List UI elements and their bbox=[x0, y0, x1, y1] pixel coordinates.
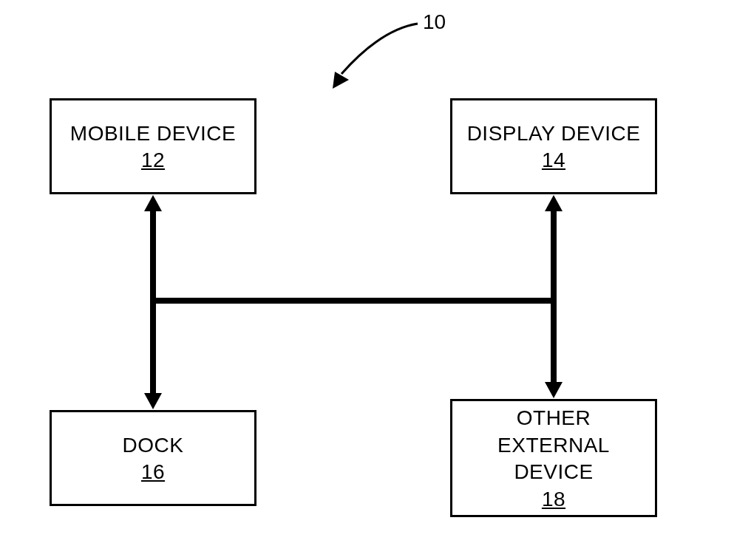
box-dock: DOCK 16 bbox=[50, 410, 256, 506]
svg-marker-0 bbox=[333, 72, 349, 89]
box-label: DISPLAY DEVICE bbox=[467, 120, 641, 147]
box-label: MOBILE DEVICE bbox=[70, 120, 236, 147]
box-other-external-device: OTHER EXTERNAL DEVICE 18 bbox=[450, 399, 657, 517]
arrowhead-down-left bbox=[144, 393, 162, 409]
box-number: 14 bbox=[542, 148, 565, 172]
box-number: 12 bbox=[141, 148, 165, 172]
arrowhead-up-left bbox=[144, 195, 162, 211]
box-number: 18 bbox=[542, 488, 565, 511]
arrowhead-up-right bbox=[545, 195, 563, 211]
box-number: 16 bbox=[141, 460, 165, 484]
box-label: DOCK bbox=[123, 432, 184, 459]
box-display-device: DISPLAY DEVICE 14 bbox=[450, 98, 657, 194]
reference-arrow bbox=[310, 15, 429, 96]
box-label: OTHER EXTERNAL DEVICE bbox=[460, 405, 648, 485]
box-mobile-device: MOBILE DEVICE 12 bbox=[50, 98, 256, 194]
connector-horizontal bbox=[150, 298, 557, 304]
arrowhead-down-right bbox=[545, 382, 563, 398]
